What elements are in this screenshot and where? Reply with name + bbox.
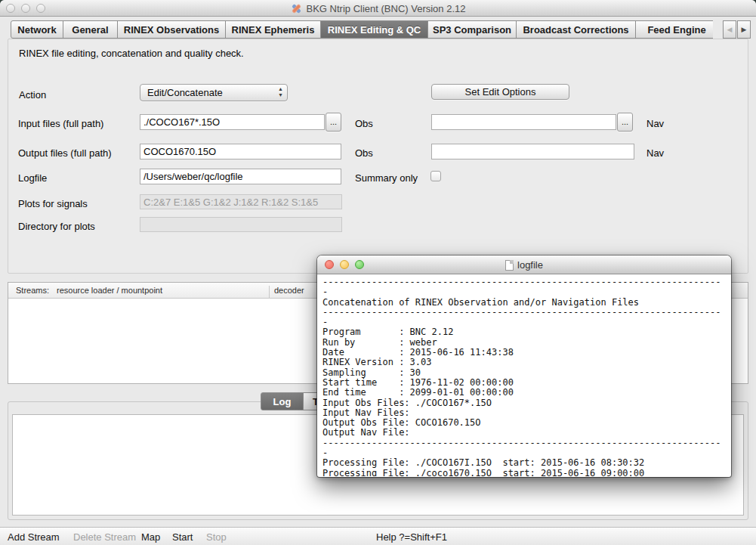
tab-feed-engine[interactable]: Feed Engine: [635, 20, 713, 39]
panel-description: RINEX file editing, concatenation and qu…: [19, 48, 244, 59]
output-nav-side-label: Nav: [646, 147, 664, 159]
logfile-window-title: logfile: [517, 259, 543, 271]
summary-only-label: Summary only: [355, 172, 418, 184]
output-obs-side-label: Obs: [355, 147, 373, 159]
log-line: Concatenation of RINEX Observation and/o…: [322, 298, 726, 308]
plots-signals-field: [140, 194, 342, 209]
main-window: BKG Ntrip Client (BNC) Version 2.12 Netw…: [0, 0, 756, 545]
tab-rinex-observations[interactable]: RINEX Observations: [117, 20, 226, 39]
tab-network[interactable]: Network: [11, 20, 63, 39]
output-nav-field[interactable]: [431, 144, 634, 159]
input-nav-browse-button[interactable]: ...: [617, 113, 633, 132]
log-line: Start time : 1976-11-02 00:00:00: [322, 378, 726, 388]
input-obs-browse-button[interactable]: ...: [326, 113, 341, 132]
tab-rinex-ephemeris[interactable]: RINEX Ephemeris: [225, 20, 321, 39]
log-line: RINEX Version : 3.03: [322, 358, 726, 367]
input-nav-field[interactable]: [431, 114, 616, 130]
input-files-label: Input files (full path): [18, 118, 103, 129]
tab-broadcast-corrections[interactable]: Broadcast Corrections: [516, 20, 636, 39]
input-obs-field[interactable]: [140, 114, 325, 130]
tab-log[interactable]: Log: [261, 392, 304, 410]
plots-signals-label: Plots for signals: [18, 198, 88, 209]
log-line: Program : BNC 2.12: [322, 327, 726, 337]
action-dropdown[interactable]: Edit/Concatenate ▲▼: [140, 84, 288, 101]
plots-dir-label: Directory for plots: [18, 221, 95, 232]
input-nav-side-label: Nav: [646, 118, 664, 129]
log-line: -: [322, 317, 726, 327]
bottom-toolbar: Add Stream Delete Stream Map Start Stop …: [0, 527, 756, 545]
tab-scroll-left-icon[interactable]: ◀: [723, 20, 736, 39]
plots-dir-field: [140, 217, 342, 232]
log-line: ----------------------------------------…: [322, 308, 726, 317]
streams-header-label: Streams:: [16, 286, 49, 295]
log-line: Output Obs File: COCO1670.15O: [322, 418, 726, 428]
logfile-title-bar[interactable]: logfile: [317, 255, 731, 274]
title-bar: BKG Ntrip Client (BNC) Version 2.12: [0, 0, 756, 17]
log-line: ----------------------------------------…: [322, 438, 726, 448]
output-files-label: Output files (full path): [18, 147, 112, 159]
stop-button[interactable]: Stop: [206, 531, 227, 543]
log-line: ----------------------------------------…: [322, 277, 726, 287]
delete-stream-button[interactable]: Delete Stream: [73, 531, 136, 543]
start-button[interactable]: Start: [172, 531, 193, 543]
log-line: Processing File: ./coco1670.15O start: 2…: [322, 469, 726, 476]
document-icon: [505, 260, 514, 271]
logfile-label: Logfile: [18, 172, 47, 184]
bnc-app-icon: [291, 3, 302, 14]
help-shortcut-label: Help ?=Shift+F1: [376, 531, 447, 543]
log-line: -: [322, 287, 726, 297]
rinex-editing-panel: RINEX file editing, concatenation and qu…: [8, 39, 748, 274]
log-line: Sampling : 30: [322, 368, 726, 378]
log-line: Input Obs Files: ./COCO167*.15O: [322, 398, 726, 408]
action-dropdown-value: Edit/Concatenate: [147, 87, 223, 98]
log-line: Input Nav Files:: [322, 408, 726, 418]
column-mountpoint[interactable]: resource loader / mountpoint: [57, 286, 162, 295]
logfile-window[interactable]: logfile --------------------------------…: [317, 255, 731, 477]
add-stream-button[interactable]: Add Stream: [8, 531, 60, 543]
log-line: -: [322, 448, 726, 458]
column-divider: [269, 286, 270, 299]
logfile-title-area: logfile: [317, 255, 731, 274]
output-obs-field[interactable]: [140, 144, 341, 159]
window-title: BKG Ntrip Client (BNC) Version 2.12: [307, 3, 466, 14]
tab-bar: Network General RINEX Observations RINEX…: [11, 20, 713, 39]
set-edit-options-button[interactable]: Set Edit Options: [431, 84, 569, 100]
map-button[interactable]: Map: [141, 531, 160, 543]
log-line: Processing File: ./COCO167I.15O start: 2…: [322, 458, 726, 468]
tab-rinex-editing-qc[interactable]: RINEX Editing & QC: [320, 20, 428, 39]
tab-scroll-right-icon[interactable]: ▶: [737, 20, 751, 39]
log-line: Date : 2015-06-16 11:43:38: [322, 348, 726, 358]
logfile-field[interactable]: [140, 169, 341, 184]
log-line: Output Nav File:: [322, 428, 726, 438]
summary-only-checkbox[interactable]: [430, 171, 441, 181]
log-line: End time : 2099-01-01 00:00:00: [322, 388, 726, 398]
tab-general[interactable]: General: [63, 20, 118, 39]
column-decoder[interactable]: decoder: [274, 286, 304, 295]
window-title-area: BKG Ntrip Client (BNC) Version 2.12: [0, 0, 756, 17]
tab-sp3-comparison[interactable]: SP3 Comparison: [427, 20, 517, 39]
action-label: Action: [19, 89, 46, 101]
dropdown-stepper-icon: ▲▼: [278, 86, 283, 98]
logfile-content[interactable]: ----------------------------------------…: [318, 275, 730, 476]
input-obs-side-label: Obs: [355, 118, 373, 129]
log-line: Run by : weber: [322, 338, 726, 348]
